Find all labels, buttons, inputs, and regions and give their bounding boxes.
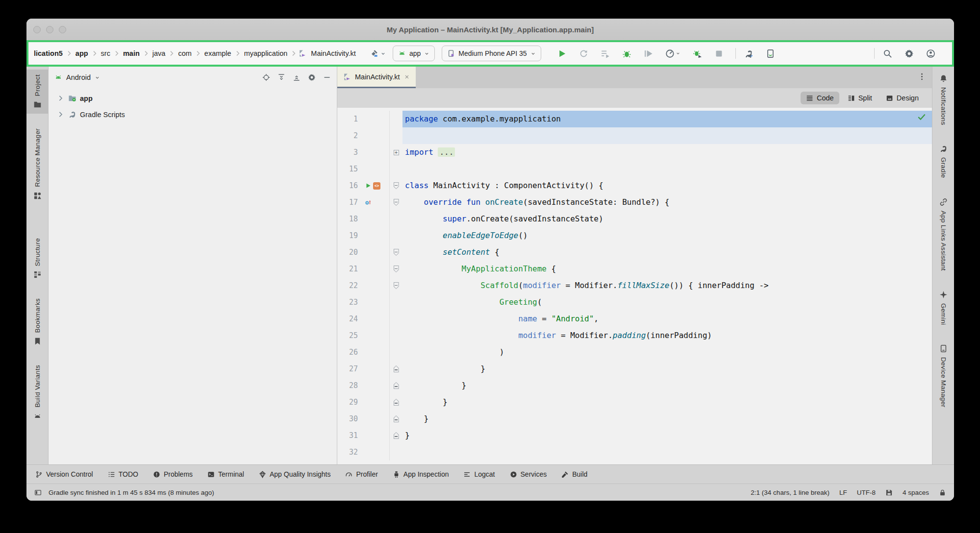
breadcrumb-main[interactable]: main bbox=[122, 48, 141, 58]
breadcrumb-app[interactable]: app bbox=[74, 48, 90, 58]
run-configurations-button[interactable] bbox=[598, 47, 612, 61]
code-line-16[interactable]: 16<>class MainActivity : ComponentActivi… bbox=[337, 177, 932, 194]
project-view-selector[interactable]: Android bbox=[66, 73, 91, 81]
editor-tab-mainactivity[interactable]: MainActivity.kt bbox=[337, 67, 416, 88]
tool-tab-gradle[interactable]: Gradle bbox=[932, 140, 954, 183]
tool-tab-resource-manager[interactable]: Resource Manager bbox=[26, 123, 48, 205]
tool-window-button-version-control[interactable]: Version Control bbox=[35, 470, 93, 478]
chevron-right-icon[interactable] bbox=[56, 94, 65, 102]
device-select[interactable]: Medium Phone API 35 bbox=[442, 46, 541, 61]
tree-item-app[interactable]: app bbox=[49, 90, 337, 106]
code-line-19[interactable]: 19 enableEdgeToEdge() bbox=[337, 227, 932, 244]
disk-icon[interactable] bbox=[885, 489, 893, 496]
fold-end-icon[interactable] bbox=[394, 382, 399, 389]
run-configuration-select[interactable]: app bbox=[393, 46, 435, 61]
panel-settings-icon[interactable] bbox=[308, 73, 316, 81]
stop-button[interactable] bbox=[712, 47, 726, 61]
code-line-2[interactable]: 2 bbox=[337, 127, 932, 144]
overrides-method-icon[interactable] bbox=[365, 199, 372, 206]
tool-window-button-app-quality-insights[interactable]: App Quality Insights bbox=[259, 470, 331, 478]
tool-window-button-app-inspection[interactable]: App Inspection bbox=[393, 470, 449, 478]
fold-collapse-icon[interactable] bbox=[394, 282, 399, 289]
fold-end-icon[interactable] bbox=[394, 415, 399, 422]
minimize-window-button[interactable] bbox=[46, 26, 53, 33]
code-line-23[interactable]: 23 Greeting( bbox=[337, 294, 932, 311]
code-line-1[interactable]: 1package com.example.myapplication bbox=[337, 111, 932, 127]
code-line-20[interactable]: 20 setContent { bbox=[337, 244, 932, 261]
build-button[interactable] bbox=[370, 49, 386, 57]
search-everywhere-button[interactable] bbox=[880, 47, 895, 61]
code-editor[interactable]: 1package com.example.myapplication23+imp… bbox=[337, 108, 932, 464]
code-line-15[interactable]: 15 bbox=[337, 161, 932, 177]
tree-item-gradle-scripts[interactable]: Gradle Scripts bbox=[49, 106, 337, 122]
view-toggle-design[interactable]: Design bbox=[880, 92, 924, 104]
tool-tab-project[interactable]: Project bbox=[26, 70, 48, 114]
fold-end-icon[interactable] bbox=[394, 432, 399, 439]
encoding-indicator[interactable]: UTF-8 bbox=[857, 489, 876, 496]
breadcrumb-mainactivity-kt[interactable]: MainActivity.kt bbox=[299, 48, 357, 58]
run-button[interactable] bbox=[555, 47, 569, 61]
code-line-25[interactable]: 25 modifier = Modifier.padding(innerPadd… bbox=[337, 327, 932, 344]
close-window-button[interactable] bbox=[33, 26, 41, 33]
gradle-sync-button[interactable] bbox=[742, 47, 756, 61]
lock-icon[interactable] bbox=[939, 489, 946, 496]
run-class-icon[interactable] bbox=[365, 182, 372, 189]
tool-tab-bookmarks[interactable]: Bookmarks bbox=[26, 293, 48, 350]
tool-tab-gemini[interactable]: Gemini bbox=[932, 286, 954, 330]
chevron-right-icon[interactable] bbox=[56, 110, 65, 119]
tool-tab-app-links-assistant[interactable]: App Links Assistant bbox=[932, 193, 954, 276]
breadcrumb-src[interactable]: src bbox=[100, 48, 112, 58]
tool-tab-notifications[interactable]: Notifications bbox=[932, 70, 954, 130]
fold-end-icon[interactable] bbox=[394, 399, 399, 406]
compose-preview-icon[interactable]: <> bbox=[373, 182, 380, 190]
code-line-29[interactable]: 29 } bbox=[337, 394, 932, 411]
code-line-27[interactable]: 27 } bbox=[337, 361, 932, 377]
code-line-21[interactable]: 21 MyApplicationTheme { bbox=[337, 261, 932, 277]
tool-window-button-profiler[interactable]: Profiler bbox=[345, 470, 377, 478]
code-line-18[interactable]: 18 super.onCreate(savedInstanceState) bbox=[337, 211, 932, 227]
view-toggle-code[interactable]: Code bbox=[801, 92, 839, 104]
code-line-28[interactable]: 28 } bbox=[337, 377, 932, 394]
tool-window-button-services[interactable]: Services bbox=[510, 470, 547, 478]
fold-collapse-icon[interactable] bbox=[394, 199, 399, 206]
caret-position[interactable]: 2:1 (34 chars, 1 line break) bbox=[751, 489, 829, 496]
breadcrumb-java[interactable]: java bbox=[151, 48, 167, 58]
code-line-3[interactable]: 3+import ... bbox=[337, 144, 932, 161]
rerun-button[interactable] bbox=[577, 47, 591, 61]
tool-tab-device-manager[interactable]: Device Manager bbox=[932, 339, 954, 412]
profiler-button[interactable] bbox=[663, 47, 683, 61]
tool-window-button-build[interactable]: Build bbox=[561, 470, 587, 478]
tab-options-icon[interactable] bbox=[918, 73, 932, 83]
settings-button[interactable] bbox=[902, 47, 916, 61]
debug-button[interactable] bbox=[620, 47, 634, 61]
tool-window-button-logcat[interactable]: Logcat bbox=[463, 470, 495, 478]
code-line-26[interactable]: 26 ) bbox=[337, 344, 932, 361]
view-toggle-split[interactable]: Split bbox=[842, 92, 878, 104]
fold-collapse-icon[interactable] bbox=[394, 182, 399, 189]
tool-window-button-problems[interactable]: Problems bbox=[153, 470, 193, 478]
tool-window-layout-icon[interactable] bbox=[34, 489, 42, 496]
indent-indicator[interactable]: 4 spaces bbox=[903, 489, 929, 496]
locate-file-icon[interactable] bbox=[262, 73, 270, 81]
hide-panel-icon[interactable] bbox=[323, 73, 331, 81]
collapse-all-icon[interactable] bbox=[293, 73, 301, 81]
tool-tab-build-variants[interactable]: Build Variants bbox=[26, 360, 48, 425]
fold-collapse-icon[interactable] bbox=[394, 249, 399, 256]
account-button[interactable] bbox=[924, 47, 938, 61]
code-line-31[interactable]: 31} bbox=[337, 427, 932, 444]
tool-window-button-terminal[interactable]: Terminal bbox=[207, 470, 244, 478]
code-line-22[interactable]: 22 Scaffold(modifier = Modifier.fillMaxS… bbox=[337, 277, 932, 294]
line-ending-indicator[interactable]: LF bbox=[839, 489, 847, 496]
fold-expand-icon[interactable]: + bbox=[394, 150, 399, 155]
code-line-17[interactable]: 17 override fun onCreate(savedInstanceSt… bbox=[337, 194, 932, 211]
profile-low-overhead-button[interactable] bbox=[690, 47, 704, 61]
code-line-24[interactable]: 24 name = "Android", bbox=[337, 311, 932, 327]
running-devices-button[interactable] bbox=[763, 47, 778, 61]
inspections-passed-icon[interactable] bbox=[917, 113, 926, 123]
attach-debugger-button[interactable] bbox=[641, 47, 655, 61]
code-line-32[interactable]: 32 bbox=[337, 444, 932, 460]
code-line-30[interactable]: 30 } bbox=[337, 411, 932, 427]
breadcrumb-lication5[interactable]: lication5 bbox=[32, 48, 64, 58]
tool-window-button-todo[interactable]: TODO bbox=[108, 470, 138, 478]
breadcrumb-myapplication[interactable]: myapplication bbox=[243, 48, 289, 58]
